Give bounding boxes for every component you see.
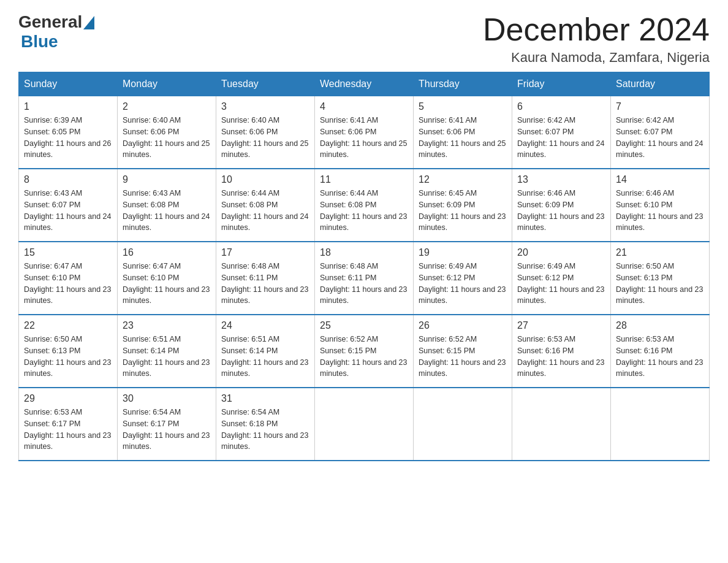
calendar-week-2: 8 Sunrise: 6:43 AM Sunset: 6:07 PM Dayli… — [19, 169, 710, 242]
col-friday: Friday — [512, 72, 611, 96]
day-number: 25 — [320, 320, 408, 331]
day-info: Sunrise: 6:47 AM Sunset: 6:10 PM Dayligh… — [24, 261, 112, 307]
calendar-cell: 29 Sunrise: 6:53 AM Sunset: 6:17 PM Dayl… — [19, 388, 118, 461]
calendar-cell: 8 Sunrise: 6:43 AM Sunset: 6:07 PM Dayli… — [19, 169, 118, 242]
calendar-cell: 24 Sunrise: 6:51 AM Sunset: 6:14 PM Dayl… — [216, 315, 315, 388]
calendar-cell: 23 Sunrise: 6:51 AM Sunset: 6:14 PM Dayl… — [118, 315, 216, 388]
day-info: Sunrise: 6:43 AM Sunset: 6:07 PM Dayligh… — [24, 188, 112, 234]
calendar-cell — [611, 388, 710, 461]
day-number: 18 — [320, 247, 408, 258]
day-info: Sunrise: 6:52 AM Sunset: 6:15 PM Dayligh… — [320, 334, 408, 380]
calendar-cell: 15 Sunrise: 6:47 AM Sunset: 6:10 PM Dayl… — [19, 242, 118, 315]
day-info: Sunrise: 6:53 AM Sunset: 6:17 PM Dayligh… — [24, 407, 112, 453]
calendar-cell — [512, 388, 611, 461]
day-info: Sunrise: 6:44 AM Sunset: 6:08 PM Dayligh… — [221, 188, 309, 234]
calendar-cell: 10 Sunrise: 6:44 AM Sunset: 6:08 PM Dayl… — [216, 169, 315, 242]
calendar-cell: 17 Sunrise: 6:48 AM Sunset: 6:11 PM Dayl… — [216, 242, 315, 315]
day-info: Sunrise: 6:41 AM Sunset: 6:06 PM Dayligh… — [320, 115, 408, 161]
day-info: Sunrise: 6:44 AM Sunset: 6:08 PM Dayligh… — [320, 188, 408, 234]
logo-blue: Blue — [18, 32, 94, 52]
col-tuesday: Tuesday — [216, 72, 315, 96]
day-info: Sunrise: 6:50 AM Sunset: 6:13 PM Dayligh… — [24, 334, 112, 380]
calendar-table: Sunday Monday Tuesday Wednesday Thursday… — [18, 72, 710, 461]
day-number: 3 — [221, 101, 309, 112]
day-info: Sunrise: 6:46 AM Sunset: 6:10 PM Dayligh… — [616, 188, 704, 234]
calendar-cell — [414, 388, 512, 461]
day-number: 12 — [419, 174, 507, 185]
calendar-cell: 12 Sunrise: 6:45 AM Sunset: 6:09 PM Dayl… — [414, 169, 512, 242]
calendar-cell: 30 Sunrise: 6:54 AM Sunset: 6:17 PM Dayl… — [118, 388, 216, 461]
month-title: December 2024 — [483, 12, 710, 47]
calendar-cell: 6 Sunrise: 6:42 AM Sunset: 6:07 PM Dayli… — [512, 96, 611, 169]
day-info: Sunrise: 6:42 AM Sunset: 6:07 PM Dayligh… — [616, 115, 704, 161]
day-number: 5 — [419, 101, 507, 112]
calendar-week-4: 22 Sunrise: 6:50 AM Sunset: 6:13 PM Dayl… — [19, 315, 710, 388]
day-info: Sunrise: 6:54 AM Sunset: 6:18 PM Dayligh… — [221, 407, 309, 453]
calendar-week-3: 15 Sunrise: 6:47 AM Sunset: 6:10 PM Dayl… — [19, 242, 710, 315]
calendar-cell: 3 Sunrise: 6:40 AM Sunset: 6:06 PM Dayli… — [216, 96, 315, 169]
day-number: 30 — [123, 393, 211, 404]
day-number: 4 — [320, 101, 408, 112]
day-number: 21 — [616, 247, 704, 258]
day-number: 23 — [123, 320, 211, 331]
day-info: Sunrise: 6:48 AM Sunset: 6:11 PM Dayligh… — [221, 261, 309, 307]
col-wednesday: Wednesday — [315, 72, 414, 96]
calendar-cell: 21 Sunrise: 6:50 AM Sunset: 6:13 PM Dayl… — [611, 242, 710, 315]
calendar-body: 1 Sunrise: 6:39 AM Sunset: 6:05 PM Dayli… — [19, 96, 710, 461]
day-number: 1 — [24, 101, 112, 112]
day-info: Sunrise: 6:54 AM Sunset: 6:17 PM Dayligh… — [123, 407, 211, 453]
day-number: 22 — [24, 320, 112, 331]
day-number: 19 — [419, 247, 507, 258]
day-info: Sunrise: 6:45 AM Sunset: 6:09 PM Dayligh… — [419, 188, 507, 234]
calendar-cell: 16 Sunrise: 6:47 AM Sunset: 6:10 PM Dayl… — [118, 242, 216, 315]
day-number: 13 — [517, 174, 605, 185]
day-number: 17 — [221, 247, 309, 258]
day-info: Sunrise: 6:49 AM Sunset: 6:12 PM Dayligh… — [517, 261, 605, 307]
day-info: Sunrise: 6:52 AM Sunset: 6:15 PM Dayligh… — [419, 334, 507, 380]
day-number: 8 — [24, 174, 112, 185]
day-number: 29 — [24, 393, 112, 404]
day-number: 15 — [24, 247, 112, 258]
day-info: Sunrise: 6:53 AM Sunset: 6:16 PM Dayligh… — [616, 334, 704, 380]
day-number: 7 — [616, 101, 704, 112]
day-number: 20 — [517, 247, 605, 258]
calendar-cell: 9 Sunrise: 6:43 AM Sunset: 6:08 PM Dayli… — [118, 169, 216, 242]
day-info: Sunrise: 6:49 AM Sunset: 6:12 PM Dayligh… — [419, 261, 507, 307]
calendar-header: Sunday Monday Tuesday Wednesday Thursday… — [19, 72, 710, 96]
location: Kaura Namoda, Zamfara, Nigeria — [483, 50, 710, 66]
day-number: 11 — [320, 174, 408, 185]
calendar-week-1: 1 Sunrise: 6:39 AM Sunset: 6:05 PM Dayli… — [19, 96, 710, 169]
calendar-cell: 5 Sunrise: 6:41 AM Sunset: 6:06 PM Dayli… — [414, 96, 512, 169]
logo-triangle-icon — [83, 16, 94, 29]
title-section: December 2024 Kaura Namoda, Zamfara, Nig… — [483, 12, 710, 66]
page-header: General Blue December 2024 Kaura Namoda,… — [18, 12, 710, 66]
day-info: Sunrise: 6:41 AM Sunset: 6:06 PM Dayligh… — [419, 115, 507, 161]
day-info: Sunrise: 6:39 AM Sunset: 6:05 PM Dayligh… — [24, 115, 112, 161]
calendar-cell: 18 Sunrise: 6:48 AM Sunset: 6:11 PM Dayl… — [315, 242, 414, 315]
day-number: 16 — [123, 247, 211, 258]
day-number: 14 — [616, 174, 704, 185]
day-info: Sunrise: 6:47 AM Sunset: 6:10 PM Dayligh… — [123, 261, 211, 307]
day-number: 9 — [123, 174, 211, 185]
day-number: 27 — [517, 320, 605, 331]
col-monday: Monday — [118, 72, 216, 96]
day-info: Sunrise: 6:50 AM Sunset: 6:13 PM Dayligh… — [616, 261, 704, 307]
calendar-cell: 26 Sunrise: 6:52 AM Sunset: 6:15 PM Dayl… — [414, 315, 512, 388]
calendar-cell: 7 Sunrise: 6:42 AM Sunset: 6:07 PM Dayli… — [611, 96, 710, 169]
day-info: Sunrise: 6:53 AM Sunset: 6:16 PM Dayligh… — [517, 334, 605, 380]
calendar-cell: 22 Sunrise: 6:50 AM Sunset: 6:13 PM Dayl… — [19, 315, 118, 388]
day-info: Sunrise: 6:42 AM Sunset: 6:07 PM Dayligh… — [517, 115, 605, 161]
calendar-cell: 27 Sunrise: 6:53 AM Sunset: 6:16 PM Dayl… — [512, 315, 611, 388]
day-number: 2 — [123, 101, 211, 112]
calendar-cell: 1 Sunrise: 6:39 AM Sunset: 6:05 PM Dayli… — [19, 96, 118, 169]
col-sunday: Sunday — [19, 72, 118, 96]
day-number: 6 — [517, 101, 605, 112]
calendar-cell: 19 Sunrise: 6:49 AM Sunset: 6:12 PM Dayl… — [414, 242, 512, 315]
calendar-week-5: 29 Sunrise: 6:53 AM Sunset: 6:17 PM Dayl… — [19, 388, 710, 461]
svg-marker-0 — [83, 16, 94, 29]
calendar-cell — [315, 388, 414, 461]
header-row: Sunday Monday Tuesday Wednesday Thursday… — [19, 72, 710, 96]
calendar-cell: 13 Sunrise: 6:46 AM Sunset: 6:09 PM Dayl… — [512, 169, 611, 242]
calendar-cell: 11 Sunrise: 6:44 AM Sunset: 6:08 PM Dayl… — [315, 169, 414, 242]
calendar-cell: 31 Sunrise: 6:54 AM Sunset: 6:18 PM Dayl… — [216, 388, 315, 461]
